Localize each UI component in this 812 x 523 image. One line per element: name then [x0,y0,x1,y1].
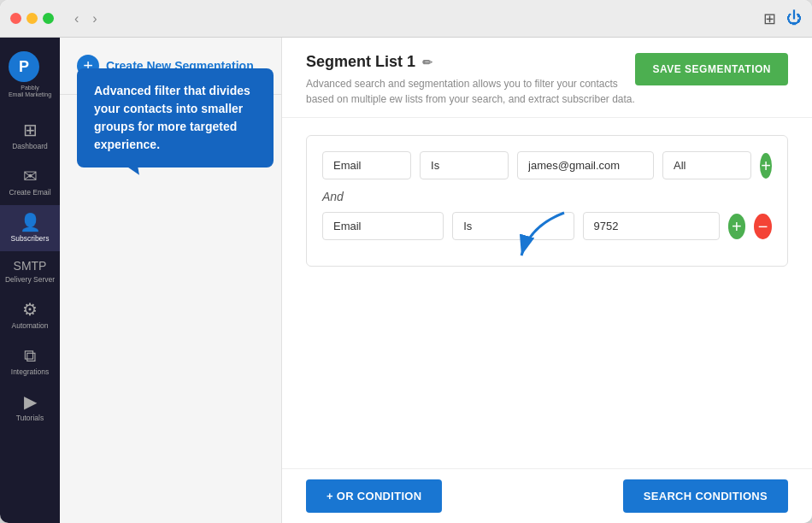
search-conditions-button[interactable]: SEARCH CONDITIONS [623,479,788,513]
titlebar-icons: ⊞ ⏻ [763,9,802,28]
segment-description: Advanced search and segmentation allows … [306,76,635,107]
filter-condition-1[interactable] [420,151,509,179]
maximize-button[interactable] [43,13,54,24]
filter-field-type-1[interactable] [322,151,411,179]
close-button[interactable] [10,13,21,24]
power-icon[interactable]: ⏻ [786,9,802,28]
minimize-button[interactable] [26,13,38,24]
right-panel: Segment List 1 ✏ Advanced search and seg… [282,38,812,523]
segment-title-text: Segment List 1 [306,53,415,71]
logo: P PabblyEmail Marketing [3,46,56,104]
automation-icon: ⚙ [22,301,38,318]
email-icon: ✉ [23,167,38,185]
sidebar: P PabblyEmail Marketing ⊞ Dashboard ✉ Cr… [0,38,60,523]
filter-value-1[interactable] [517,151,654,179]
filter-row-1: + [322,151,772,179]
traffic-lights [10,13,54,24]
sidebar-item-label: Tutorials [16,414,44,422]
or-condition-button[interactable]: + OR CONDITION [306,479,442,513]
add-condition-button-1[interactable]: + [760,153,772,179]
and-connector: And [322,190,772,203]
filter-extra-1[interactable] [662,151,751,179]
sidebar-item-tutorials[interactable]: ▶ Tutorials [0,385,60,431]
sidebar-item-automation[interactable]: ⚙ Automation [0,292,60,338]
delivery-icon: SMTP [14,260,47,272]
sidebar-item-label: Delivery Server [5,275,55,284]
segment-title: Segment List 1 ✏ [306,53,635,71]
back-button[interactable]: ‹ [69,9,84,28]
add-condition-button-2[interactable]: + [728,214,746,239]
sidebar-item-label: Create Email [9,188,50,197]
filter-field-type-2[interactable] [322,212,444,240]
right-header: Segment List 1 ✏ Advanced search and seg… [282,38,812,118]
left-panel: + Create New Segmentation SEGMENT › Segm… [60,38,282,523]
subscribers-icon: 👤 [20,214,41,231]
remove-condition-button-2[interactable]: − [754,214,772,239]
browser-window: ‹ › ⊞ ⏻ P PabblyEmail Marketing ⊞ Dashbo… [0,0,812,523]
sidebar-item-delivery-server[interactable]: SMTP Delivery Server [0,251,60,292]
grid-icon[interactable]: ⊞ [763,9,776,28]
edit-icon[interactable]: ✏ [422,56,432,69]
sidebar-item-label: Integrations [11,367,49,376]
forward-button[interactable]: › [87,9,102,28]
sidebar-item-label: Automation [12,321,49,330]
header-left: Segment List 1 ✏ Advanced search and seg… [306,53,635,107]
sidebar-item-dashboard[interactable]: ⊞ Dashboard [0,113,60,159]
tooltip-text: Advanced filter that divides your contac… [94,84,250,151]
nav-arrows: ‹ › [69,9,103,28]
sidebar-item-label: Dashboard [12,142,48,150]
sidebar-item-integrations[interactable]: ⧉ Integrations [0,338,60,385]
tutorials-icon: ▶ [24,393,37,410]
arrow-decoration [513,209,581,260]
sidebar-item-label: Subscribers [11,234,50,243]
save-segmentation-button[interactable]: SAVE SEGMENTATION [635,53,788,85]
integrations-icon: ⧉ [24,347,36,364]
titlebar: ‹ › ⊞ ⏻ [0,0,812,38]
tooltip-bubble: Advanced filter that divides your contac… [77,68,274,167]
main-layout: P PabblyEmail Marketing ⊞ Dashboard ✉ Cr… [0,38,812,523]
sidebar-item-subscribers[interactable]: 👤 Subscribers [0,205,60,251]
bottom-bar: + OR CONDITION SEARCH CONDITIONS [282,468,812,523]
dashboard-icon: ⊞ [23,121,38,138]
sidebar-item-create-email[interactable]: ✉ Create Email [0,159,60,205]
filter-value-2[interactable] [583,212,720,240]
content-area: + And + − [282,118,812,468]
